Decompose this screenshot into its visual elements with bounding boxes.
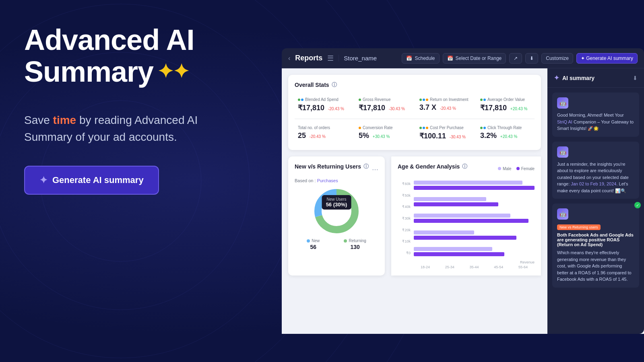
- ai-avatar-3: 🤖: [557, 208, 568, 220]
- legend-new: New 56: [307, 239, 320, 250]
- bar-female-3544: [414, 219, 528, 223]
- date-range-button[interactable]: 📅 Select Date or Range: [443, 53, 506, 64]
- bar-male-4554: [414, 197, 486, 201]
- reports-title: Reports: [295, 54, 322, 62]
- ai-message-1: 🤖 Good Morning, Ahmed! Meet Your StriQ A…: [552, 93, 639, 137]
- bar-group-5564: [414, 181, 535, 190]
- stat-cpp: Cost Per Purchase ₹100.11 -30.43 %: [416, 122, 474, 144]
- ai-message-text-2: Just a reminder, the insights you're abo…: [557, 161, 634, 194]
- age-group-labels: 18-24 25-34 35-44 45-54 55-64: [398, 265, 535, 269]
- ai-avatar-2: 🤖: [557, 146, 568, 158]
- stat-conversion: Conversion Rate 5% +30.43 %: [355, 122, 413, 144]
- ai-message-3: ✓ 🤖 New vs Returning users Both Facebook…: [552, 204, 639, 288]
- calendar-icon: 📅: [406, 56, 412, 61]
- hero-subtitle: Save time by reading Advanced AI Summary…: [24, 112, 201, 146]
- ai-avatar-1: 🤖: [557, 97, 568, 109]
- bar-chart-area: ₹60k ₹50k ₹40k ₹30k ₹20k ₹10k ₹0: [398, 178, 535, 259]
- bar-female-2534: [414, 236, 516, 240]
- donut-chart-card: New v/s Returning Users ⓘ ⋯ Based on : P…: [288, 156, 385, 276]
- bar-group-2534: [414, 230, 535, 240]
- donut-svg-container: New Users 56 (30%): [312, 187, 361, 235]
- bar-info-icon: ⓘ: [462, 163, 467, 170]
- y-axis-labels: ₹60k ₹50k ₹40k ₹30k ₹20k ₹10k ₹0: [398, 178, 412, 259]
- stat-gross-revenue: Gross Revenue ₹17,810 -30.43 %: [355, 94, 413, 115]
- bar-female-1824: [414, 252, 504, 256]
- ai-message-bold-3: Both Facebook Ads and Google Ads are gen…: [557, 232, 634, 247]
- overall-stats-card: Overall Stats ⓘ Blended Ad Spend ₹17,810…: [288, 75, 541, 150]
- header-actions: 📅 Schedule 📅 Select Date or Range ↗ ⬇ Cu…: [402, 53, 638, 64]
- stat-aov: Average Order Value ₹17,810 +20.43 %: [477, 94, 535, 115]
- generate-ai-btn-header[interactable]: ✦ Generate AI summary: [576, 53, 638, 64]
- horizontal-bars: [414, 178, 535, 259]
- x-axis-label: Revenue: [520, 260, 535, 264]
- ai-check-badge: ✓: [634, 202, 641, 208]
- customize-button[interactable]: Customize: [541, 53, 573, 64]
- donut-tooltip: New Users 56 (30%): [322, 195, 351, 210]
- back-button[interactable]: ‹: [288, 55, 290, 62]
- hero-title: Advanced AI Summary ✦✦: [24, 24, 217, 88]
- info-icon: ⓘ: [332, 81, 337, 88]
- bar-group-3544: [414, 214, 535, 223]
- donut-card-title: New v/s Returning Users ⓘ: [295, 163, 369, 170]
- dashboard-content: Overall Stats ⓘ Blended Ad Spend ₹17,810…: [282, 68, 644, 334]
- donut-legend: New 56 Returning 130: [295, 239, 378, 250]
- legend-dot-returning: [344, 239, 347, 243]
- stats-grid-bottom: Total no. of orders 25 -20.43 % Conversi…: [295, 122, 535, 144]
- share-button[interactable]: ↗: [509, 53, 522, 64]
- bar-male-2534: [414, 230, 474, 234]
- hero-title-line1: Advanced AI: [24, 24, 217, 56]
- stat-orders: Total no. of orders 25 -20.43 %: [295, 122, 352, 144]
- stat-ctr: Click Through Rate 3.2% +20.43 %: [477, 122, 535, 144]
- ai-message-text-1: Good Morning, Ahmed! Meet Your StriQ AI …: [557, 112, 634, 132]
- hero-title-line2: Summary ✦✦: [24, 56, 217, 88]
- stats-grid-top: Blended Ad Spend ₹17,810 -20.43 % Gross …: [295, 94, 535, 115]
- bar-male-5564: [414, 181, 522, 185]
- left-panel: Advanced AI Summary ✦✦ Save time by read…: [24, 24, 217, 195]
- bar-female-5564: [414, 186, 535, 190]
- donut-subtitle-link[interactable]: Purchases: [317, 178, 338, 183]
- bar-card-header: Age & Gender Analysis ⓘ Male Female: [398, 163, 535, 176]
- bar-group-1824: [414, 247, 535, 256]
- bar-male-3544: [414, 214, 510, 218]
- dashboard-header: ‹ Reports ☰ Store_name 📅 Schedule 📅 Sele…: [282, 48, 644, 68]
- stat-blended-ad-spend: Blended Ad Spend ₹17,810 -20.43 %: [295, 94, 352, 115]
- bar-male-1824: [414, 247, 492, 251]
- bar-card-title: Age & Gender Analysis ⓘ: [398, 163, 467, 170]
- ai-download-icon[interactable]: ⬇: [633, 75, 638, 81]
- legend-dot-new: [307, 239, 310, 243]
- overall-stats-title: Overall Stats ⓘ: [295, 81, 535, 88]
- ai-message-tag: New vs Returning users: [557, 224, 601, 230]
- donut-info-icon: ⓘ: [363, 163, 369, 170]
- download-button[interactable]: ⬇: [525, 53, 538, 64]
- bar-legend: Male Female: [498, 167, 535, 171]
- dashboard-main: Overall Stats ⓘ Blended Ad Spend ₹17,810…: [282, 68, 547, 334]
- dashboard-panel: ‹ Reports ☰ Store_name 📅 Schedule 📅 Sele…: [282, 48, 644, 334]
- bar-female-4554: [414, 202, 498, 206]
- donut-svg: [312, 187, 361, 235]
- ai-panel-header: ✦ AI summary ⬇: [547, 68, 644, 88]
- donut-subtitle: Based on : Purchases: [295, 178, 378, 183]
- ai-panel-title: ✦ AI summary: [554, 74, 594, 82]
- ai-summary-panel: ✦ AI summary ⬇ 🤖 Good Morning, Ahmed! Me…: [547, 68, 644, 334]
- bar-chart-card: Age & Gender Analysis ⓘ Male Female: [391, 156, 541, 276]
- stat-roi: Return on Investment 3.7 X -20.43 %: [416, 94, 474, 115]
- donut-card-header: New v/s Returning Users ⓘ ⋯: [295, 163, 378, 176]
- charts-row: New v/s Returning Users ⓘ ⋯ Based on : P…: [288, 156, 541, 276]
- ai-messages-list: 🤖 Good Morning, Ahmed! Meet Your StriQ A…: [547, 88, 644, 334]
- bar-legend-female: Female: [516, 167, 535, 171]
- generate-btn-icon: ✦: [39, 175, 47, 186]
- bar-group-4554: [414, 197, 535, 206]
- sparkle-icon: ✦✦: [157, 61, 189, 82]
- x-axis: Revenue: [398, 260, 535, 264]
- bar-legend-male: Male: [498, 167, 512, 171]
- schedule-button[interactable]: 📅 Schedule: [402, 53, 439, 64]
- ai-message-text-3: Which means they're effectively generati…: [557, 249, 634, 283]
- date-icon: 📅: [447, 56, 453, 61]
- ai-message-2: 🤖 Just a reminder, the insights you're a…: [552, 142, 639, 199]
- donut-menu-icon[interactable]: ⋯: [372, 166, 378, 173]
- generate-ai-summary-button[interactable]: ✦ Generate AI summary: [24, 166, 159, 195]
- store-name: Store_name: [339, 55, 397, 62]
- menu-icon[interactable]: ☰: [327, 54, 334, 63]
- ai-star-icon: ✦: [554, 74, 559, 82]
- legend-returning: Returning 130: [344, 239, 366, 250]
